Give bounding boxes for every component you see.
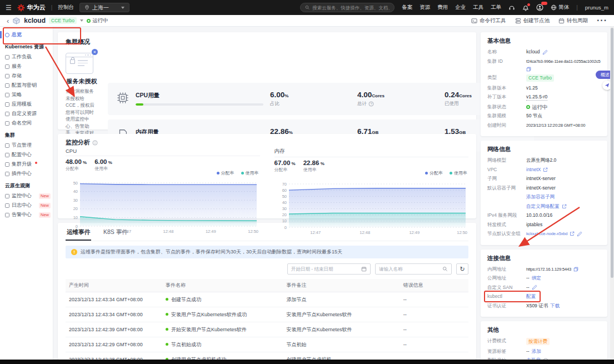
info-value: intnetX-server: [526, 176, 601, 182]
value-link-绑定[interactable]: 绑定: [532, 275, 541, 281]
edit-icon[interactable]: [577, 231, 582, 237]
sidebar-item-节点管理[interactable]: 节点管理: [0, 141, 53, 150]
event-error: --: [400, 322, 468, 337]
sidebar-item-存储[interactable]: 存储: [0, 71, 53, 81]
sidebar-item-label: 工作负载: [12, 54, 32, 60]
topnav-item-4[interactable]: 企业: [455, 4, 466, 11]
huawei-cloud-logo[interactable]: 华为云: [17, 3, 46, 12]
external-link-icon[interactable]: [570, 231, 575, 236]
topnav-item-2[interactable]: 资源: [420, 4, 430, 11]
info-label: 自定义 SAN: [487, 285, 526, 291]
sidebar-item-插件中心[interactable]: 插件中心: [0, 169, 53, 178]
column-header-事件备注: 事件备注: [283, 279, 400, 292]
edit-icon[interactable]: [532, 285, 537, 290]
action-create-node-pool[interactable]: 创建节点池: [515, 17, 550, 24]
sidebar-item-策略[interactable]: 策略: [0, 90, 53, 99]
hamburger-menu-icon[interactable]: ☰: [6, 4, 12, 12]
status-label: 运行中: [92, 17, 108, 24]
sidebar-item-icon: [5, 213, 9, 217]
search-icon[interactable]: [442, 266, 448, 272]
value-link-添加容器子网[interactable]: 添加容器子网: [526, 194, 555, 200]
edit-icon[interactable]: [542, 49, 548, 55]
topnav-item-3[interactable]: 费用: [437, 4, 448, 11]
value-link-添加[interactable]: 添加: [532, 348, 541, 355]
action-cli-tools[interactable]: 命令行工具: [471, 17, 506, 24]
topnav-item-1[interactable]: 备案: [402, 4, 412, 11]
refresh-button[interactable]: ↻: [456, 263, 468, 275]
external-link-icon[interactable]: [562, 204, 567, 209]
info-value: X509 证书下载: [526, 303, 601, 309]
panel-network-info: 网络信息网络模型云原生网络2.0VPCintnetX子网intnetX-serv…: [481, 141, 607, 245]
sidebar-item-label: 配置中心: [12, 152, 32, 158]
scrollbar-thumb[interactable]: [611, 28, 613, 278]
sidebar-item-应用模板[interactable]: 应用模板: [0, 99, 53, 109]
support-icon[interactable]: [508, 4, 515, 11]
metric-stat-占比: 6.00%占比: [270, 91, 351, 107]
value-link-自定义网络配置[interactable]: 自定义网络配置: [526, 203, 560, 210]
search-input[interactable]: [312, 5, 390, 11]
copy-icon[interactable]: [573, 267, 578, 272]
value-link-下载[interactable]: 下载: [550, 303, 560, 309]
action-billing-cycle[interactable]: 转包周期: [558, 17, 588, 24]
chart-stat-使用率: 22.86 %使用率: [303, 159, 325, 173]
console-link[interactable]: 控制台: [58, 4, 74, 11]
chart-plot-area: 01020304050607012:4712:4812:4912:50: [274, 173, 469, 235]
language-selector[interactable]: 简体: [551, 4, 569, 11]
legend-item-使用率[interactable]: 使用率: [241, 170, 259, 176]
copy-icon[interactable]: [526, 67, 531, 72]
sidebar-item-日志中心[interactable]: 日志中心New: [0, 201, 53, 210]
date-range-input[interactable]: [291, 266, 355, 272]
value-link-kcloud-cce-node-x5xbd[interactable]: kcloud-cce-node-x5xbd: [526, 231, 567, 237]
info-row-内网地址: 内网地址https://172.16.1.129:5443: [487, 266, 601, 272]
sidebar-item-命名空间[interactable]: 命名空间: [0, 118, 53, 128]
calendar-icon[interactable]: [361, 266, 367, 272]
copy-icon[interactable]: [573, 267, 578, 272]
brand-text: 华为云: [27, 3, 46, 12]
edit-icon[interactable]: [532, 285, 537, 290]
sidebar-item-配置中心[interactable]: 配置中心: [0, 150, 53, 159]
chart-内存: 内存67.00 %分配率22.86 %使用率分配率使用率010203040506…: [274, 148, 469, 235]
sidebar-item-服务[interactable]: 服务: [0, 62, 53, 71]
topnav-item-5[interactable]: 工具: [473, 4, 483, 11]
legend-item-分配率[interactable]: 分配率: [217, 170, 234, 176]
more-actions-button[interactable]: ···: [597, 16, 607, 26]
value-text: 云原生网络2.0: [526, 157, 556, 163]
external-icon[interactable]: [562, 204, 567, 209]
value-link-配置[interactable]: 配置: [526, 293, 536, 300]
sidebar-item-集群升级[interactable]: 集群升级: [0, 159, 53, 169]
legend-item-使用率[interactable]: 使用率: [450, 170, 467, 176]
sidebar-item-总览[interactable]: 总览: [0, 30, 53, 39]
notifications-bell-icon[interactable]: [522, 4, 529, 11]
cluster-switch-caret[interactable]: [80, 19, 83, 22]
topnav-item-6[interactable]: 工单: [491, 4, 501, 11]
info-value: 添加容器子网: [526, 194, 601, 200]
name-filter-input[interactable]: [379, 266, 436, 272]
legend-item-分配率[interactable]: 分配率: [425, 170, 443, 176]
sidebar-item-告警中心[interactable]: 告警中心New: [0, 210, 53, 220]
location-pin-icon: [84, 5, 89, 10]
external-icon[interactable]: [570, 231, 575, 236]
sidebar-item-工作负载[interactable]: 工作负载: [0, 52, 53, 62]
edit-icon[interactable]: [542, 49, 548, 55]
cluster-info-column: 基本信息名称kcloud集群 IDf24ca7b3-996e-11ee-8a11…: [481, 32, 607, 360]
sidebar-item-监控中心[interactable]: 监控中心New: [0, 191, 53, 201]
metric-title: CPU用量: [136, 92, 263, 99]
sidebar-item-配置与密钥[interactable]: 配置与密钥: [0, 81, 53, 90]
value-link-intnetX[interactable]: intnetX: [526, 167, 541, 173]
back-button[interactable]: ‹: [7, 17, 9, 24]
top-navigation-bar: ☰ 华为云 | 控制台 上海一: [0, 0, 614, 15]
external-link-icon[interactable]: [543, 167, 548, 172]
sidebar-item-自定义资源[interactable]: 自定义资源: [0, 109, 53, 118]
event-time: 2023/12/13 12:43:34 GMT+08:00: [66, 307, 162, 322]
user-avatar-icon[interactable]: [536, 4, 543, 11]
edit-icon[interactable]: [577, 231, 582, 237]
name-filter[interactable]: [375, 263, 452, 275]
date-range-filter[interactable]: [287, 263, 371, 275]
global-search[interactable]: [300, 3, 395, 12]
copy-icon[interactable]: [526, 67, 531, 72]
region-selector[interactable]: 上海一: [79, 3, 129, 12]
sidebar-item-label: 应用模板: [12, 101, 32, 107]
sidebar-item-icon: [5, 143, 9, 148]
external-icon[interactable]: [543, 167, 548, 172]
username[interactable]: prunus_m: [585, 4, 608, 11]
